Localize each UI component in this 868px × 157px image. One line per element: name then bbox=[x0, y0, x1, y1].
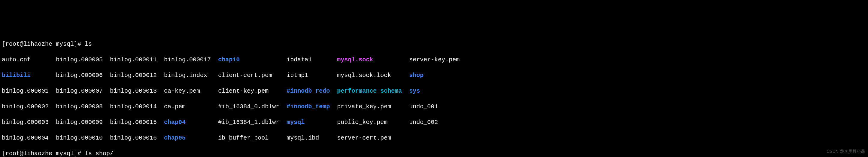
file-entry: binlog.000008 bbox=[56, 103, 110, 110]
file-entry: binlog.000001 bbox=[2, 87, 56, 95]
file-entry: binlog.000006 bbox=[56, 72, 110, 79]
dir-entry: bilibili bbox=[2, 72, 56, 79]
file-entry: binlog.000007 bbox=[56, 87, 110, 95]
file-entry: private_key.pem bbox=[337, 103, 409, 110]
file-entry: binlog.000010 bbox=[56, 134, 110, 141]
file-entry: #ib_16384_1.dblwr bbox=[218, 119, 286, 126]
dir-entry: #innodb_temp bbox=[286, 103, 337, 110]
dir-entry: sys bbox=[409, 87, 420, 95]
socket-entry: mysql.sock bbox=[337, 56, 409, 63]
file-entry: undo_002 bbox=[409, 119, 438, 126]
file-entry: ib_buffer_pool bbox=[218, 134, 286, 141]
prompt-line-1: [root@lihaozhe mysql]# ls bbox=[2, 40, 866, 48]
dir-entry: mysql bbox=[286, 119, 337, 126]
file-entry: binlog.000002 bbox=[2, 103, 56, 110]
dir-entry: chap10 bbox=[218, 56, 286, 63]
file-entry: client-cert.pem bbox=[218, 72, 286, 79]
shell-prompt: [root@lihaozhe mysql]# bbox=[2, 41, 85, 48]
file-entry: ca.pem bbox=[164, 103, 218, 110]
dir-entry: shop bbox=[409, 72, 424, 79]
command-text: ls shop/ bbox=[85, 150, 114, 157]
file-entry: ca-key.pem bbox=[164, 87, 218, 95]
file-entry: client-key.pem bbox=[218, 87, 286, 95]
file-entry: binlog.000003 bbox=[2, 119, 56, 126]
ls-output-row: bilibili binlog.000006 binlog.000012 bin… bbox=[2, 72, 866, 79]
file-entry: server-key.pem bbox=[409, 56, 460, 63]
file-entry: binlog.000017 bbox=[164, 56, 218, 63]
prompt-line-2: [root@lihaozhe mysql]# ls shop/ bbox=[2, 150, 866, 157]
file-entry: binlog.000015 bbox=[110, 119, 164, 126]
file-entry: binlog.000013 bbox=[110, 87, 164, 95]
shell-prompt: [root@lihaozhe mysql]# bbox=[2, 150, 85, 157]
file-entry: binlog.000009 bbox=[56, 119, 110, 126]
ls-output-row: binlog.000004 binlog.000010 binlog.00001… bbox=[2, 134, 866, 142]
file-entry: public_key.pem bbox=[337, 119, 409, 126]
file-entry: auto.cnf bbox=[2, 56, 56, 63]
file-entry: binlog.000011 bbox=[110, 56, 164, 63]
file-entry: ibtmp1 bbox=[286, 72, 337, 79]
file-entry: ibdata1 bbox=[286, 56, 337, 63]
file-entry: #ib_16384_0.dblwr bbox=[218, 103, 286, 110]
dir-entry: chap05 bbox=[164, 134, 218, 141]
file-entry: server-cert.pem bbox=[337, 134, 409, 141]
file-entry: mysql.sock.lock bbox=[337, 72, 409, 79]
command-text: ls bbox=[85, 41, 92, 48]
dir-entry: #innodb_redo bbox=[286, 87, 337, 95]
file-entry: binlog.000012 bbox=[110, 72, 164, 79]
file-entry: binlog.000004 bbox=[2, 134, 56, 141]
ls-output-row: binlog.000002 binlog.000008 binlog.00001… bbox=[2, 103, 866, 111]
ls-output-row: binlog.000001 binlog.000007 binlog.00001… bbox=[2, 87, 866, 95]
ls-output-row: binlog.000003 binlog.000009 binlog.00001… bbox=[2, 119, 866, 126]
file-entry: mysql.ibd bbox=[286, 134, 337, 141]
dir-entry: performance_schema bbox=[337, 87, 409, 95]
dir-entry: chap04 bbox=[164, 119, 218, 126]
terminal-output[interactable]: [root@lihaozhe mysql]# ls auto.cnf binlo… bbox=[2, 32, 866, 157]
file-entry: binlog.000014 bbox=[110, 103, 164, 110]
file-entry: binlog.index bbox=[164, 72, 218, 79]
watermark-text: CSDN @李昊哲小课 bbox=[827, 149, 865, 154]
ls-output-row: auto.cnf binlog.000005 binlog.000011 bin… bbox=[2, 56, 866, 64]
file-entry: binlog.000016 bbox=[110, 134, 164, 141]
file-entry: undo_001 bbox=[409, 103, 438, 110]
file-entry: binlog.000005 bbox=[56, 56, 110, 63]
